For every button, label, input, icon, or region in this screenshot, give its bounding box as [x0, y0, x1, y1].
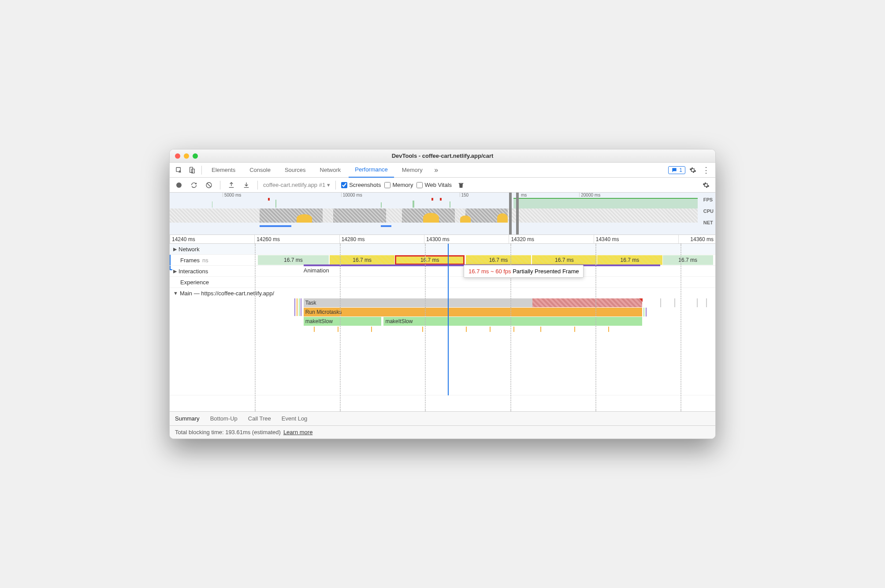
net-label: NET: [703, 220, 714, 225]
main-tabs: Elements Console Sources Network Perform…: [170, 163, 715, 178]
frame-block[interactable]: 16.7 ms: [532, 255, 597, 265]
ruler-tick: 14320 ms: [509, 235, 593, 243]
titlebar: DevTools - coffee-cart.netlify.app/cart: [170, 149, 715, 163]
frames-track[interactable]: Frames ns 16.7 ms 16.7 ms 16.7 ms 16.7 m…: [170, 255, 715, 266]
fps-label: FPS: [703, 197, 714, 202]
tab-elements[interactable]: Elements: [205, 163, 242, 178]
chevron-right-icon[interactable]: ▶: [173, 268, 177, 274]
tab-bottomup[interactable]: Bottom-Up: [210, 415, 238, 422]
microtasks-bar[interactable]: Run Microtasks: [304, 308, 642, 316]
overview-tick: 20000 ms: [579, 193, 698, 197]
ruler-tick: 14260 ms: [254, 235, 339, 243]
ruler-tick: 14300 ms: [424, 235, 509, 243]
inspect-icon[interactable]: [173, 164, 185, 176]
webvitals-checkbox[interactable]: Web Vitals: [416, 182, 452, 188]
main-track-header[interactable]: ▼Main — https://coffee-cart.netlify.app/: [170, 288, 715, 298]
upload-icon[interactable]: [226, 179, 237, 191]
divider: [201, 166, 202, 175]
experience-label: Experience: [180, 279, 209, 286]
settings-icon[interactable]: [687, 164, 699, 176]
tooltip-desc: Partially Presented Frame: [513, 268, 579, 275]
playhead-line: [448, 244, 449, 395]
tooltip-time: 16.7 ms ~ 60 fps: [469, 268, 511, 275]
chevron-right-icon[interactable]: ▶: [173, 246, 177, 252]
recording-name: coffee-cart.netlify.app #1: [263, 182, 325, 188]
cpu-label: CPU: [703, 208, 714, 214]
traffic-lights: [175, 153, 198, 159]
frame-block[interactable]: 16.7 ms: [663, 255, 713, 265]
minimize-icon[interactable]: [184, 153, 189, 159]
timeline-ruler: 14240 ms 14260 ms 14280 ms 14300 ms 1432…: [170, 235, 715, 244]
frame-tooltip: 16.7 ms ~ 60 fps Partially Presented Fra…: [464, 265, 584, 278]
learn-more-link[interactable]: Learn more: [283, 429, 312, 435]
tab-performance[interactable]: Performance: [349, 163, 394, 178]
divider: [335, 181, 336, 190]
main-label: Main — https://coffee-cart.netlify.app/: [180, 290, 274, 297]
network-track[interactable]: ▶Network: [170, 244, 715, 255]
overview-labels: FPS CPU NET: [703, 197, 714, 225]
tab-console[interactable]: Console: [243, 163, 277, 178]
more-tabs-icon[interactable]: »: [431, 164, 442, 176]
kebab-menu-icon[interactable]: ⋮: [700, 164, 712, 176]
function-bar[interactable]: makeItSlow: [383, 317, 642, 326]
maximize-icon[interactable]: [193, 153, 198, 159]
network-label: Network: [178, 246, 200, 253]
issues-badge[interactable]: 1: [668, 166, 685, 174]
tab-eventlog[interactable]: Event Log: [282, 415, 308, 422]
tab-calltree[interactable]: Call Tree: [248, 415, 271, 422]
frame-block[interactable]: 16.7 ms: [330, 255, 394, 265]
frame-block[interactable]: 16.7 ms: [466, 255, 531, 265]
interactions-label: Interactions: [178, 268, 208, 275]
perf-toolbar: coffee-cart.netlify.app #1 ▾ Screenshots…: [170, 178, 715, 193]
overview-tick: 10000 ms: [341, 193, 460, 197]
blocking-time-text: Total blocking time: 193.61ms (estimated…: [175, 429, 281, 435]
status-bar: Total blocking time: 193.61ms (estimated…: [170, 425, 715, 439]
tab-sources[interactable]: Sources: [279, 163, 312, 178]
recording-dropdown[interactable]: coffee-cart.netlify.app #1 ▾: [263, 182, 330, 188]
frames-suffix: ns: [202, 257, 208, 264]
overview-minimap[interactable]: 5000 ms 10000 ms 150 ms 20000 ms FPS CPU…: [170, 193, 715, 235]
tab-network[interactable]: Network: [314, 163, 347, 178]
chevron-down-icon[interactable]: ▼: [173, 290, 178, 296]
window-title: DevTools - coffee-cart.netlify.app/cart: [392, 153, 494, 159]
ruler-tick: 14280 ms: [339, 235, 424, 243]
long-task-marker-icon: [639, 298, 643, 302]
task-bar[interactable]: Task: [304, 298, 532, 307]
download-icon[interactable]: [241, 179, 252, 191]
ruler-tick: 14340 ms: [594, 235, 678, 243]
devtools-window: DevTools - coffee-cart.netlify.app/cart …: [169, 149, 716, 439]
trash-icon[interactable]: [455, 179, 467, 191]
reload-record-button[interactable]: [188, 179, 200, 191]
device-toggle-icon[interactable]: [186, 164, 198, 176]
flame-chart[interactable]: Task Run Microtasks makeItSlow makeItSlo…: [170, 298, 715, 395]
ruler-tick: 14240 ms: [170, 235, 254, 243]
overview-tick: ms: [520, 193, 579, 197]
screenshots-checkbox[interactable]: Screenshots: [341, 182, 381, 188]
clear-button[interactable]: [203, 179, 215, 191]
ruler-tick: 14360 ms: [678, 235, 715, 243]
memory-checkbox[interactable]: Memory: [384, 182, 413, 188]
frame-block[interactable]: 16.7 ms: [597, 255, 662, 265]
function-bar[interactable]: makeItSlow: [304, 317, 381, 326]
interactions-track[interactable]: ▶Interactions Animation 16.7 ms ~ 60 fps…: [170, 266, 715, 277]
tab-summary[interactable]: Summary: [175, 415, 200, 422]
divider: [220, 181, 220, 190]
divider: [257, 181, 258, 190]
task-long-bar[interactable]: [532, 298, 642, 307]
close-icon[interactable]: [175, 153, 180, 159]
record-button[interactable]: [173, 179, 185, 191]
frame-block-selected[interactable]: 16.7 ms: [395, 255, 465, 265]
tab-memory[interactable]: Memory: [396, 163, 429, 178]
overview-tick: 5000 ms: [223, 193, 341, 197]
animation-label: Animation: [304, 267, 329, 274]
tracks-area: ▶Network Frames ns 16.7 ms 16.7 ms 16.7 …: [170, 244, 715, 411]
frame-block[interactable]: 16.7 ms: [258, 255, 329, 265]
frames-label: Frames: [180, 257, 200, 264]
details-tabs: Summary Bottom-Up Call Tree Event Log: [170, 411, 715, 425]
capture-settings-icon[interactable]: [700, 179, 712, 191]
chevron-down-icon: ▾: [327, 182, 330, 188]
experience-track[interactable]: Experience: [170, 277, 715, 288]
issues-count: 1: [679, 167, 682, 173]
